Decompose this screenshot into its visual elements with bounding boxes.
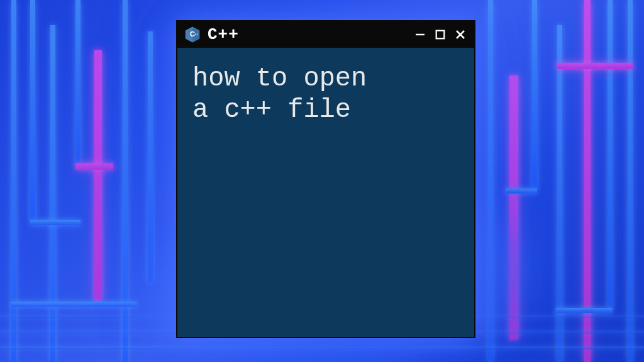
window-body: how to open a c++ file [177, 48, 474, 141]
svg-text:C: C [190, 30, 195, 38]
titlebar[interactable]: C ++ C++ [177, 21, 474, 48]
svg-text:++: ++ [195, 33, 199, 36]
body-text-line-1: how to open [192, 63, 459, 94]
minimize-button[interactable] [413, 27, 428, 42]
terminal-window: C ++ C++ how to open a c++ file [176, 20, 475, 338]
window-title: C++ [208, 25, 239, 44]
svg-rect-5 [436, 31, 445, 39]
body-text-line-2: a c++ file [192, 94, 459, 126]
cpp-icon: C ++ [184, 26, 201, 43]
maximize-button[interactable] [433, 27, 448, 42]
window-controls [413, 27, 468, 42]
close-button[interactable] [453, 27, 468, 42]
